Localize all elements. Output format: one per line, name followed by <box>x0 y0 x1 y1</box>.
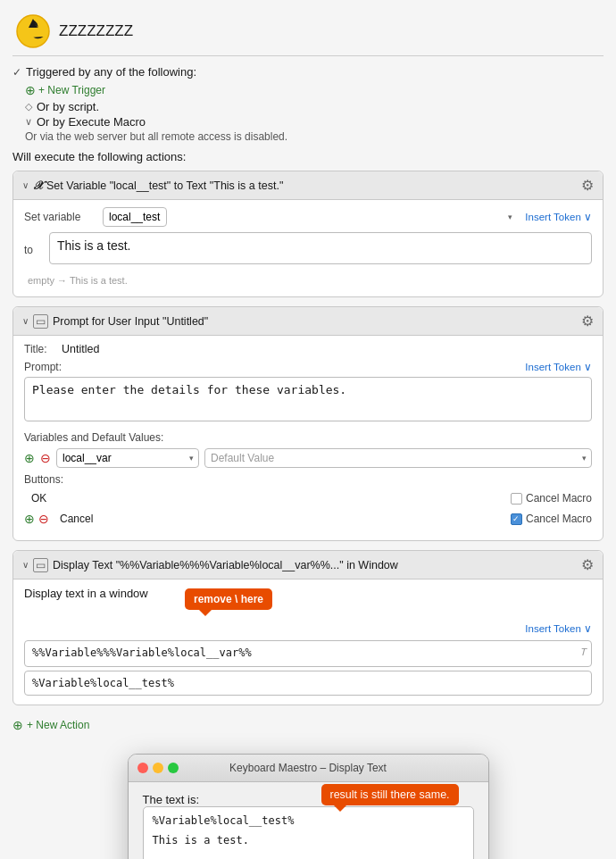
default-val-select[interactable]: Default Value <box>204 448 592 468</box>
triggered-header: ✓ Triggered by any of the following: <box>12 65 604 79</box>
prompt-body: Title: Untitled Prompt: Insert Token ∨ P… <box>13 336 603 540</box>
will-execute-label: Will execute the following actions: <box>12 150 604 163</box>
set-variable-header: ∨ 𝒳 Set Variable "local__test" to Text "… <box>13 171 603 200</box>
prompt-collapse-icon[interactable]: ∨ <box>22 316 29 326</box>
display-text-title: Display Text "%%Variable%%%Variable%loca… <box>53 559 398 571</box>
display-sub-row: Display text in a window remove \ here <box>24 587 592 617</box>
display-text-gear-icon[interactable]: ⚙ <box>581 556 594 573</box>
variable-select-chevron: ▾ <box>508 213 512 221</box>
insert-token-button[interactable]: Insert Token ∨ <box>525 211 592 223</box>
new-trigger-icon: ⊕ <box>25 83 36 97</box>
prompt-insert-token-btn[interactable]: Insert Token ∨ <box>525 361 592 373</box>
arrow-icon: → <box>57 275 70 286</box>
prompt-title: Prompt for User Input "Untitled" <box>53 315 208 328</box>
cancel-cancel-macro-check: ✓ Cancel Macro <box>511 513 592 525</box>
dialog-line2: This is a test. <box>153 834 464 846</box>
set-variable-gear-icon[interactable]: ⚙ <box>581 177 594 194</box>
remove-var-button[interactable]: ⊖ <box>40 451 51 465</box>
text-value-display[interactable]: This is a test. <box>49 232 592 264</box>
cancel-button-name: Cancel <box>60 513 93 525</box>
dialog-field-label: The text is: <box>143 793 200 806</box>
var-select[interactable]: local__var <box>56 448 199 468</box>
prompt-label-row: Prompt: Insert Token ∨ <box>24 361 592 373</box>
dialog-titlebar: Keyboard Maestro – Display Text <box>129 755 488 782</box>
main-container: ZZZZZZZZ ✓ Triggered by any of the follo… <box>0 0 616 859</box>
display-text-card: ∨ ▭ Display Text "%%Variable%%%Variable%… <box>12 550 604 705</box>
prompt-header: ∨ ▭ Prompt for User Input "Untitled" ⚙ <box>13 307 603 336</box>
prompt-gear-icon[interactable]: ⚙ <box>581 313 594 329</box>
buttons-label: Buttons: <box>24 473 592 486</box>
dialog-label-row: The text is: result is still there same. <box>143 793 474 806</box>
ok-cancel-macro-label: Cancel Macro <box>526 492 592 505</box>
expand-macro-icon: ∨ <box>25 116 32 128</box>
display-sub-label: Display text in a window <box>24 587 148 600</box>
display-text-header: ∨ ▭ Display Text "%%Variable%%%Variable%… <box>13 551 603 580</box>
remove-cancel-btn[interactable]: ⊖ <box>38 512 49 526</box>
triggered-section: ✓ Triggered by any of the following: ⊕ +… <box>12 65 604 163</box>
preview-text: This is a test. <box>70 275 128 286</box>
variable-name-select[interactable]: local__test <box>103 207 167 227</box>
set-variable-card: ∨ 𝒳 Set Variable "local__test" to Text "… <box>12 171 604 297</box>
hazard-icon <box>16 14 50 48</box>
ok-cancel-macro-check: Cancel Macro <box>511 492 592 505</box>
display-text-collapse-icon[interactable]: ∨ <box>22 560 29 570</box>
var-row: ⊕ ⊖ local__var ▾ Default Value ▾ <box>24 448 592 468</box>
default-val-wrapper: Default Value ▾ <box>204 448 592 468</box>
maximize-button-traffic[interactable] <box>168 763 179 773</box>
new-action-label: + New Action <box>27 719 89 731</box>
triggered-label: Triggered by any of the following: <box>26 65 196 79</box>
cancel-button-row: ⊕ ⊖ Cancel ✓ Cancel Macro <box>24 510 592 528</box>
ok-cancel-checkbox[interactable] <box>511 493 522 505</box>
prompt-title-row: Title: Untitled <box>24 343 592 355</box>
display-insert-token-btn[interactable]: Insert Token ∨ <box>525 622 592 635</box>
new-trigger-button[interactable]: ⊕ + New Trigger <box>25 83 105 97</box>
trigger-item-macro: ∨ Or by Execute Macro <box>25 115 604 129</box>
display-line1: %%Variable%%%Variable%local__var%% <box>32 646 252 659</box>
new-trigger-label: + New Trigger <box>38 84 105 96</box>
new-action-icon: ⊕ <box>12 718 23 732</box>
or-via-text: Or via the web server but all remote acc… <box>25 130 604 143</box>
cancel-cancel-macro-label: Cancel Macro <box>526 513 592 525</box>
to-field-row: to This is a test. <box>24 232 592 268</box>
minimize-button-traffic[interactable] <box>153 763 163 773</box>
set-variable-collapse-icon[interactable]: ∨ <box>22 180 29 190</box>
set-variable-title: Set Variable "local__test" to Text "This… <box>46 179 283 192</box>
ok-button-row: OK Cancel Macro <box>24 490 592 506</box>
empty-preview: empty → This is a test. <box>24 273 592 288</box>
prompt-field-label: Prompt: <box>24 361 71 373</box>
cancel-row-left: ⊕ ⊖ Cancel <box>24 512 93 526</box>
dialog-window: Keyboard Maestro – Display Text The text… <box>128 754 489 859</box>
trigger-macro-label: Or by Execute Macro <box>37 115 146 129</box>
cancel-cancel-checkbox[interactable]: ✓ <box>511 513 522 525</box>
trigger-item-script: ◇ Or by script. <box>25 100 604 113</box>
new-action-button[interactable]: ⊕ + New Action <box>12 718 89 732</box>
display-monitor-icon: ▭ <box>33 558 48 572</box>
prompt-card: ∨ ▭ Prompt for User Input "Untitled" ⚙ T… <box>12 306 604 541</box>
add-cancel-btn[interactable]: ⊕ <box>24 512 35 526</box>
title-value: Untitled <box>62 343 99 355</box>
prompt-textarea[interactable]: Please enter the details for these varia… <box>24 377 592 421</box>
close-button-traffic[interactable] <box>137 763 148 773</box>
dialog-wrapper: Keyboard Maestro – Display Text The text… <box>12 754 604 859</box>
display-code-area-2[interactable]: %Variable%local__test% <box>24 671 592 696</box>
display-code-area-1[interactable]: %%Variable%%%Variable%local__var%% T <box>24 640 592 667</box>
macro-header: ZZZZZZZZ <box>12 9 604 56</box>
macro-title: ZZZZZZZZ <box>59 22 133 40</box>
empty-label: empty <box>28 275 54 286</box>
set-variable-field-row: Set variable local__test ▾ Insert Token … <box>24 207 592 227</box>
to-label: to <box>24 244 42 256</box>
trigger-script-label: Or by script. <box>37 100 99 113</box>
prompt-monitor-icon: ▭ <box>33 314 48 329</box>
add-var-button[interactable]: ⊕ <box>24 451 35 465</box>
display-text-body: Display text in a window remove \ here I… <box>13 580 603 705</box>
dialog-text-area: %Variable%local__test% This is a test. <box>143 806 474 859</box>
set-variable-title-left: ∨ 𝒳 Set Variable "local__test" to Text "… <box>22 179 283 193</box>
display-line2: %Variable%local__test% <box>32 677 174 689</box>
expand-script-icon: ◇ <box>25 101 32 113</box>
prompt-title-left: ∨ ▭ Prompt for User Input "Untitled" <box>22 314 208 329</box>
remove-here-tooltip: remove \ here <box>185 588 272 610</box>
t-badge: T <box>579 646 586 658</box>
ok-button-name: OK <box>31 492 46 505</box>
traffic-lights <box>137 763 179 773</box>
tooltip-anchor: Display text in a window remove \ here <box>24 587 592 600</box>
